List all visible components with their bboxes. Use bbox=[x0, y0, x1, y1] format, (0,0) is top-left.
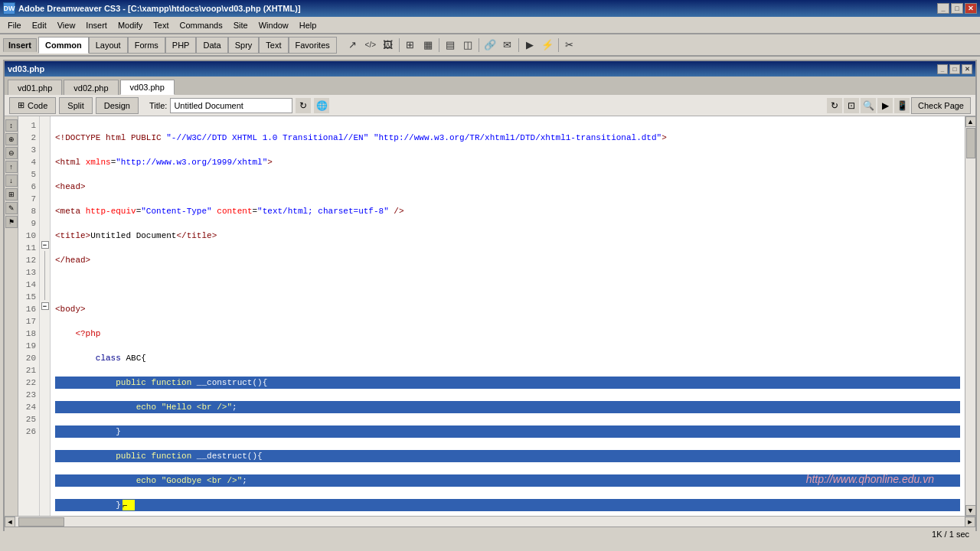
cursor-icon[interactable]: ↗ bbox=[345, 37, 361, 54]
hscroll-right-arrow[interactable]: ► bbox=[965, 517, 975, 527]
insert-tabs-row: Insert Common Layout Forms PHP Data Spry… bbox=[0, 34, 980, 55]
tab-vd01[interactable]: vd01.php bbox=[8, 80, 62, 95]
tab-layout[interactable]: Layout bbox=[89, 37, 128, 54]
sidebar-icon-1[interactable]: ↕ bbox=[5, 119, 18, 132]
maximize-button[interactable]: □ bbox=[951, 3, 963, 14]
fold-cell-11[interactable]: − bbox=[40, 239, 50, 251]
widget-icon[interactable]: ⚡ bbox=[539, 37, 556, 54]
tab-common[interactable]: Common bbox=[38, 37, 89, 54]
menu-help[interactable]: Help bbox=[295, 19, 322, 31]
fold-cell-20 bbox=[40, 349, 50, 361]
sidebar-icon-2[interactable]: ⊕ bbox=[5, 133, 18, 145]
email-icon[interactable]: ✉ bbox=[499, 37, 516, 54]
form-icon[interactable]: ▦ bbox=[420, 37, 436, 54]
code-line-2: <html xmlns="http://www.w3.org/1999/xhtm… bbox=[55, 156, 960, 168]
file-tab-bar: vd01.php vd02.php vd03.php bbox=[5, 77, 975, 95]
minimize-button[interactable]: _ bbox=[937, 3, 949, 14]
menu-commands[interactable]: Commands bbox=[175, 19, 227, 31]
code-toolbar: ⊞ Code Split Design Title: ↻ 🌐 ↻ ⊡ 🔍 ▶ 📱 bbox=[5, 95, 975, 116]
title-bar: DW Adobe Dreamweaver CS3 - [C:\xampp\htd… bbox=[0, 0, 980, 17]
scroll-down-arrow[interactable]: ▼ bbox=[965, 505, 976, 516]
check-page-button[interactable]: Check Page bbox=[911, 97, 971, 114]
tab-text[interactable]: Text bbox=[259, 37, 288, 54]
sidebar-icon-5[interactable]: ↓ bbox=[5, 174, 18, 187]
tag-icon[interactable]: </> bbox=[362, 37, 379, 54]
menu-file[interactable]: File bbox=[3, 19, 26, 31]
code-line-8: <body> bbox=[55, 303, 960, 315]
preview-icon[interactable]: ▶ bbox=[877, 98, 893, 113]
tab-forms[interactable]: Forms bbox=[128, 37, 165, 54]
refresh-icon[interactable]: ↻ bbox=[827, 98, 842, 113]
fold-cell-2 bbox=[40, 129, 50, 141]
tab-vd02[interactable]: vd02.php bbox=[64, 80, 118, 95]
design-view-button[interactable]: Design bbox=[96, 97, 139, 114]
tab-vd03[interactable]: vd03.php bbox=[120, 80, 175, 95]
fold-cell-16[interactable]: − bbox=[40, 300, 50, 312]
menu-insert[interactable]: Insert bbox=[81, 19, 112, 31]
device-icon[interactable]: 📱 bbox=[894, 98, 910, 113]
sidebar-icon-3[interactable]: ⊖ bbox=[5, 147, 18, 159]
media-icon[interactable]: ▶ bbox=[521, 37, 538, 54]
right-scrollbar[interactable]: ▲ ▼ bbox=[965, 116, 975, 516]
code-line-9: <?php bbox=[55, 328, 960, 340]
bottom-scrollbar[interactable]: ◄ ► bbox=[5, 516, 975, 527]
tab-favorites[interactable]: Favorites bbox=[289, 37, 337, 54]
hscroll-track bbox=[15, 517, 965, 527]
fold-cell-13 bbox=[40, 263, 50, 276]
line-numbers: 1 2 3 4 5 6 7 8 9 10 11 12 13 14 15 16 1… bbox=[18, 116, 40, 516]
sidebar-icon-7[interactable]: ✎ bbox=[5, 202, 18, 214]
image-icon[interactable]: 🖼 bbox=[380, 37, 397, 54]
split-view-button[interactable]: Split bbox=[59, 97, 92, 114]
tab-php[interactable]: PHP bbox=[165, 37, 197, 54]
code-line-1: <!DOCTYPE html PUBLIC "-//W3C//DTD XHTML… bbox=[55, 132, 960, 144]
watermark: http://www.qhonline.edu.vn bbox=[806, 473, 934, 485]
title-input[interactable] bbox=[170, 98, 292, 113]
separator1 bbox=[399, 38, 400, 52]
app-title: Adobe Dreamweaver CS3 - [C:\xampp\htdocs… bbox=[18, 4, 301, 13]
refresh-title-icon[interactable]: ↻ bbox=[296, 98, 311, 113]
title-label: Title: bbox=[149, 101, 167, 110]
fold-cell-10 bbox=[40, 227, 50, 239]
fold-minus-11[interactable]: − bbox=[41, 241, 49, 249]
menu-edit[interactable]: Edit bbox=[28, 19, 51, 31]
code-line-6: </head> bbox=[55, 254, 960, 266]
menu-view[interactable]: View bbox=[53, 19, 80, 31]
sidebar-icon-6[interactable]: ⊞ bbox=[5, 188, 18, 201]
div-icon[interactable]: ▤ bbox=[442, 37, 459, 54]
menu-window[interactable]: Window bbox=[254, 19, 293, 31]
live-code-icon[interactable]: ⊡ bbox=[844, 98, 859, 113]
snippet-icon[interactable]: ✂ bbox=[561, 37, 578, 54]
fold-cell-5 bbox=[40, 165, 50, 178]
close-button[interactable]: ✕ bbox=[965, 3, 977, 14]
table-icon[interactable]: ⊞ bbox=[402, 37, 419, 54]
fold-minus-16[interactable]: − bbox=[41, 302, 49, 310]
code-area[interactable]: <!DOCTYPE html PUBLIC "-//W3C//DTD XHTML… bbox=[51, 116, 965, 516]
hscroll-thumb[interactable] bbox=[18, 517, 64, 527]
editor-minimize[interactable]: _ bbox=[937, 64, 948, 74]
editor-maximize[interactable]: □ bbox=[949, 64, 960, 74]
tab-spry[interactable]: Spry bbox=[228, 37, 260, 54]
fold-column: − − bbox=[40, 116, 51, 516]
code-view-button[interactable]: ⊞ Code bbox=[9, 97, 56, 114]
sidebar-icon-4[interactable]: ↑ bbox=[5, 161, 18, 173]
editor-close[interactable]: ✕ bbox=[962, 64, 972, 74]
title-bar-controls: _ □ ✕ bbox=[937, 3, 977, 14]
menu-bar: File Edit View Insert Modify Text Comman… bbox=[0, 17, 980, 34]
tab-data[interactable]: Data bbox=[196, 37, 227, 54]
fold-cell-4 bbox=[40, 153, 50, 165]
sidebar-icon-8[interactable]: ⚑ bbox=[5, 216, 18, 228]
menu-text[interactable]: Text bbox=[149, 19, 173, 31]
menu-modify[interactable]: Modify bbox=[113, 19, 147, 31]
code-toolbar-icons: ↻ ⊡ 🔍 ▶ 📱 Check Page bbox=[827, 97, 971, 114]
browse-icon[interactable]: 🌐 bbox=[314, 98, 329, 113]
scroll-up-arrow[interactable]: ▲ bbox=[965, 116, 976, 127]
link-icon[interactable]: 🔗 bbox=[482, 37, 498, 54]
inspect-icon[interactable]: 🔍 bbox=[861, 98, 876, 113]
fold-cell-18 bbox=[40, 324, 50, 337]
layer-icon[interactable]: ◫ bbox=[459, 37, 476, 54]
main-window: vd03.php _ □ ✕ vd01.php vd02.php vd03.ph… bbox=[0, 57, 980, 534]
scroll-thumb[interactable] bbox=[966, 128, 975, 158]
menu-site[interactable]: Site bbox=[229, 19, 253, 31]
hscroll-left-arrow[interactable]: ◄ bbox=[5, 517, 15, 527]
separator4 bbox=[518, 38, 519, 52]
